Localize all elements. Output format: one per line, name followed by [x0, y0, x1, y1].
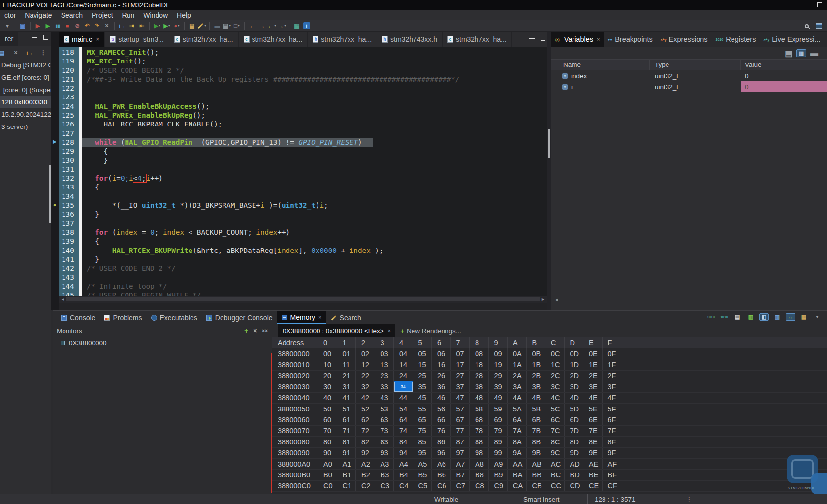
memory-cell[interactable]: 0A	[508, 348, 527, 359]
memory-cell[interactable]: B8	[470, 470, 489, 480]
memory-cell[interactable]: 7E	[583, 426, 603, 436]
memory-cell[interactable]: 75	[413, 426, 432, 436]
memory-cell[interactable]: 55	[413, 404, 432, 414]
search-icon[interactable]	[805, 24, 809, 28]
memory-cell[interactable]: 8F	[603, 437, 622, 447]
memory-cell[interactable]: 6D	[565, 414, 584, 425]
menu-navigate[interactable]: Navigate	[20, 10, 56, 20]
memory-address-cell[interactable]: 38800090	[272, 448, 318, 458]
tab-console[interactable]: Console	[57, 311, 99, 324]
memory-cell[interactable]: 53	[375, 404, 394, 414]
memory-cell[interactable]: 57	[451, 404, 470, 414]
code-line[interactable]: }	[87, 210, 547, 219]
memory-cell[interactable]: 44	[394, 393, 413, 403]
code-line[interactable]: /* USER CODE BEGIN 2 */	[87, 66, 547, 75]
memory-address-cell[interactable]: 38800000	[272, 348, 318, 359]
memory-cell[interactable]: 9B	[527, 448, 546, 458]
menu-window[interactable]: Window	[139, 10, 172, 20]
code-line[interactable]: /*##-3- Write Data on the Back Up regist…	[87, 75, 547, 84]
remove-memory-monitor-button[interactable]: ×	[253, 327, 257, 335]
memory-cell[interactable]: 3F	[603, 381, 622, 392]
add-rendering-icon[interactable]: ▤	[732, 312, 742, 322]
memory-cell[interactable]: AF	[603, 459, 622, 469]
code-line[interactable]	[87, 129, 547, 138]
memory-cell[interactable]: A5	[413, 459, 432, 469]
last-edit-icon[interactable]: ←▾	[267, 21, 277, 31]
memory-cell[interactable]: BF	[603, 470, 622, 480]
memory-cell[interactable]: 03	[375, 348, 394, 359]
tab-liveexpressi[interactable]: x+yLive Expressi...	[760, 32, 824, 47]
memory-cell[interactable]: 7C	[545, 426, 565, 436]
close-tab-icon[interactable]: ×	[96, 36, 99, 43]
tab-problems[interactable]: Problems	[99, 311, 146, 324]
memory-cell[interactable]: 0F	[603, 348, 622, 359]
memory-cell[interactable]: CD	[565, 481, 584, 491]
memory-cell[interactable]: 78	[470, 426, 489, 436]
memory-cell[interactable]: BC	[545, 470, 565, 480]
memory-cell[interactable]: 13	[375, 359, 394, 370]
memory-cell[interactable]: 09	[489, 348, 508, 359]
memory-cell[interactable]: BB	[527, 470, 546, 480]
memory-cell[interactable]: 0C	[545, 348, 565, 359]
instruction-pointer-icon[interactable]: i→	[25, 48, 34, 58]
memory-cell[interactable]: 6B	[527, 414, 546, 425]
memory-cell[interactable]: 27	[451, 371, 470, 381]
memory-cell[interactable]: 14	[394, 359, 413, 370]
device-config-icon[interactable]: ▤	[187, 21, 197, 31]
view-menu-icon[interactable]: ⋮	[38, 48, 48, 58]
code-line[interactable]: *(__IO uint32_t *)(D3_BKPSRAM_BASE+i )=(…	[87, 201, 547, 210]
memory-cell[interactable]: 9E	[583, 448, 603, 458]
memory-cell[interactable]: 8C	[545, 437, 565, 447]
memory-cell[interactable]: 5A	[508, 404, 527, 414]
show-logical-structure-icon[interactable]: ▥	[796, 49, 806, 57]
column-header-type[interactable]: Type	[650, 60, 741, 70]
breakpoint-marker[interactable]: ●	[51, 202, 58, 208]
next-edit-icon[interactable]: →▾	[277, 21, 286, 31]
tab-memory[interactable]: Memory×	[277, 311, 326, 324]
maximize-view-icon[interactable]	[43, 35, 48, 40]
tab-registers[interactable]: 1010Registers	[712, 32, 760, 47]
memory-cell[interactable]: 11	[337, 359, 356, 370]
minimize-view-icon[interactable]	[32, 37, 37, 38]
memory-cell[interactable]: 04	[394, 348, 413, 359]
memory-cell[interactable]: 3E	[583, 381, 603, 392]
memory-cell[interactable]: C1	[337, 481, 356, 491]
debug-tree-item[interactable]: GE.elf [cores: 0]	[0, 71, 51, 84]
memory-cell[interactable]: B6	[432, 470, 451, 480]
memory-cell[interactable]: 92	[356, 448, 375, 458]
memory-cell[interactable]: 98	[470, 448, 489, 458]
memory-cell[interactable]: 56	[432, 404, 451, 414]
editor-annotation-ruler[interactable]: ▶●	[51, 32, 59, 310]
memory-cell[interactable]: 71	[337, 426, 356, 436]
memory-cell[interactable]: 83	[375, 437, 394, 447]
variables-scroll-left-icon[interactable]: ◄	[554, 297, 559, 302]
memory-cell[interactable]: 5D	[565, 404, 584, 414]
memory-cell[interactable]: 48	[470, 393, 489, 403]
new-memory-view-icon[interactable]: 1010	[706, 312, 716, 322]
memory-cell[interactable]: A9	[489, 459, 508, 469]
debug-tree-item[interactable]: 15.2.90.20241229	[0, 108, 51, 121]
code-line[interactable]: MX_RAMECC_Init();	[87, 48, 547, 57]
code-line[interactable]	[87, 84, 547, 93]
memory-cell[interactable]: 74	[394, 426, 413, 436]
dropdown-arrow-icon[interactable]: ▾	[229, 24, 231, 28]
memory-cell[interactable]: 79	[489, 426, 508, 436]
memory-cell[interactable]: 81	[337, 437, 356, 447]
step-return-icon[interactable]: ⇤	[137, 21, 147, 31]
memory-cell[interactable]: B3	[375, 470, 394, 480]
memory-cell[interactable]: 2C	[545, 371, 565, 381]
memory-cell[interactable]: 49	[489, 393, 508, 403]
menu-search[interactable]: Search	[57, 10, 87, 20]
memory-cell[interactable]: 16	[432, 359, 451, 370]
memory-cell[interactable]: 40	[318, 393, 337, 403]
pin-console-icon[interactable]: ▤	[0, 48, 7, 58]
memory-cell[interactable]: 96	[432, 448, 451, 458]
memory-cell[interactable]: 19	[489, 359, 508, 370]
code-line[interactable]: for(i=0;i<4;i++)	[87, 174, 547, 183]
close-view-icon[interactable]: ×	[597, 36, 600, 42]
memory-cell[interactable]: A7	[451, 459, 470, 469]
memory-cell[interactable]: 36	[432, 381, 451, 392]
memory-cell[interactable]: 29	[489, 371, 508, 381]
back-icon[interactable]: ←	[247, 21, 257, 31]
code-generation-icon[interactable]: ▾	[197, 21, 207, 31]
